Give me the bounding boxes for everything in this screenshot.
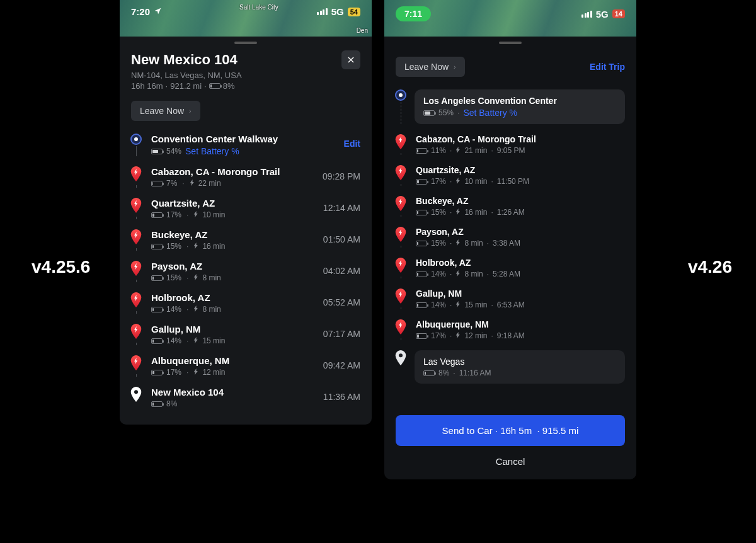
bolt-icon (190, 179, 195, 188)
stop-charger[interactable]: Holbrook, AZ14%8 min05:52 AM (129, 287, 360, 319)
stop-charge-time: 8 min (202, 273, 220, 282)
stop-start: Los Angeles Convention Center 55% · Set … (393, 84, 625, 129)
cancel-button[interactable]: Cancel (384, 446, 636, 479)
leave-now-button[interactable]: Leave Now › (396, 57, 465, 77)
status-network: 5G (596, 9, 609, 20)
stop-charger[interactable]: Holbrook, AZ14%·8 min·5:28 AM (393, 253, 625, 283)
close-button[interactable] (341, 50, 360, 69)
charger-pin-icon (395, 258, 406, 275)
battery-icon (423, 110, 435, 116)
battery-icon (416, 302, 427, 308)
stop-charger[interactable]: Buckeye, AZ15%·16 min·1:26 AM (393, 191, 625, 222)
stop-charge-time: 8 min (202, 305, 220, 314)
stop-charger[interactable]: Albuquerque, NM17%·12 min·9:18 AM (393, 314, 625, 345)
stop-charger[interactable]: Quartzsite, AZ17%·10 min·11:50 PM (393, 160, 625, 191)
chevron-right-icon: › (189, 107, 192, 115)
start-marker-icon (395, 89, 406, 101)
bolt-icon (455, 270, 461, 278)
stop-time: 11:50 PM (497, 177, 529, 186)
destination-pin-icon (395, 350, 406, 365)
set-battery-link[interactable]: Set Battery % (185, 146, 239, 156)
stop-charger[interactable]: Payson, AZ15%8 min04:02 AM (129, 256, 360, 287)
edit-trip-link[interactable]: Edit Trip (590, 62, 625, 72)
stop-charger[interactable]: Buckeye, AZ15%16 min01:50 AM (129, 224, 360, 256)
stop-time: 12:14 AM (311, 198, 360, 219)
stop-name: Payson, AZ (416, 227, 625, 237)
battery-icon (151, 338, 163, 344)
stop-battery: 55% (438, 108, 454, 117)
stop-battery: 15% (166, 242, 181, 251)
battery-icon (151, 307, 163, 312)
stop-time: 05:52 AM (311, 292, 360, 314)
battery-icon (151, 401, 163, 407)
svg-point-1 (399, 353, 403, 357)
stop-charger[interactable]: Payson, AZ15%·8 min·3:38 AM (393, 222, 625, 253)
status-battery-icon: 14 (612, 9, 625, 18)
bolt-icon (193, 305, 198, 314)
stop-name: Gallup, NM (416, 289, 625, 299)
stop-charge-time: 16 min (464, 208, 487, 217)
charger-pin-icon (130, 229, 142, 247)
bolt-icon (193, 368, 198, 377)
stop-charge-time: 8 min (464, 270, 483, 278)
send-to-car-button[interactable]: Send to Car · 16h 5m · 915.5 mi (396, 415, 625, 446)
stop-time: 9:05 PM (497, 146, 525, 155)
stop-charger[interactable]: Cabazon, CA - Morongo Trail11%·21 min·9:… (393, 129, 625, 160)
stop-start: Convention Center Walkway 54% Set Batter… (129, 129, 360, 161)
stop-battery: 8% (438, 369, 449, 377)
stop-charger[interactable]: Cabazon, CA - Morongo Trail7%22 min09:28… (129, 161, 360, 193)
stop-end: New Mexico 104 8% 11:36 AM (129, 382, 360, 413)
stop-charge-time: 16 min (202, 242, 225, 251)
stop-battery: 15% (166, 273, 181, 282)
stop-charge-time: 21 min (464, 146, 487, 155)
stop-battery: 17% (166, 210, 181, 219)
stop-battery: 17% (166, 368, 181, 377)
stop-time: 04:02 AM (311, 261, 360, 282)
start-card[interactable]: Los Angeles Convention Center 55% · Set … (415, 89, 625, 124)
sheet-grabber[interactable] (499, 42, 522, 44)
stop-charge-time: 22 min (198, 179, 221, 188)
stop-charge-time: 12 min (464, 331, 487, 340)
stop-charger[interactable]: Gallup, NM14%·15 min·6:53 AM (393, 283, 625, 314)
sheet-grabber[interactable] (234, 42, 257, 44)
bolt-icon (193, 273, 198, 282)
charger-pin-icon (395, 319, 406, 337)
chevron-right-icon: › (454, 63, 456, 71)
battery-icon (416, 148, 427, 154)
charger-pin-icon (395, 289, 406, 306)
battery-icon (151, 275, 163, 281)
stop-name: New Mexico 104 (151, 387, 304, 397)
stop-time: 09:42 AM (311, 355, 360, 377)
stop-charger[interactable]: Quartzsite, AZ17%10 min12:14 AM (129, 193, 360, 224)
stop-name: Cabazon, CA - Morongo Trail (416, 134, 625, 144)
trip-subtitle: NM-104, Las Vegas, NM, USA (131, 71, 360, 80)
stop-battery: 15% (431, 208, 446, 217)
stop-time: 1:26 AM (497, 208, 525, 217)
leave-now-button[interactable]: Leave Now › (131, 101, 200, 121)
bolt-icon (193, 210, 198, 219)
end-card[interactable]: Las Vegas 8% · 11:16 AM (415, 350, 625, 384)
stop-end: Las Vegas 8% · 11:16 AM (393, 345, 625, 389)
stop-list: Convention Center Walkway 54% Set Batter… (120, 121, 372, 425)
set-battery-link[interactable]: Set Battery % (463, 108, 517, 118)
bolt-icon (455, 239, 461, 248)
bolt-icon (455, 300, 461, 309)
battery-icon (151, 244, 163, 249)
stop-battery: 11% (431, 146, 446, 155)
stop-charge-time: 10 min (464, 177, 487, 186)
stop-charger[interactable]: Albuquerque, NM17%12 min09:42 AM (129, 350, 360, 382)
stop-name: Gallup, NM (151, 324, 304, 334)
status-time-pill[interactable]: 7:11 (396, 6, 431, 21)
charger-pin-icon (130, 261, 142, 278)
edit-link[interactable]: Edit (344, 139, 360, 149)
charger-pin-icon (130, 198, 142, 215)
close-icon (346, 55, 355, 64)
stop-charger[interactable]: Gallup, NM14%15 min07:17 AM (129, 319, 360, 350)
battery-icon (209, 83, 220, 89)
stop-time: 3:38 AM (493, 239, 520, 248)
stop-name: Buckeye, AZ (416, 196, 625, 206)
bolt-icon (455, 208, 461, 217)
stop-time: 01:50 AM (311, 229, 360, 251)
battery-icon (416, 333, 427, 339)
stop-charge-time: 10 min (202, 210, 225, 219)
